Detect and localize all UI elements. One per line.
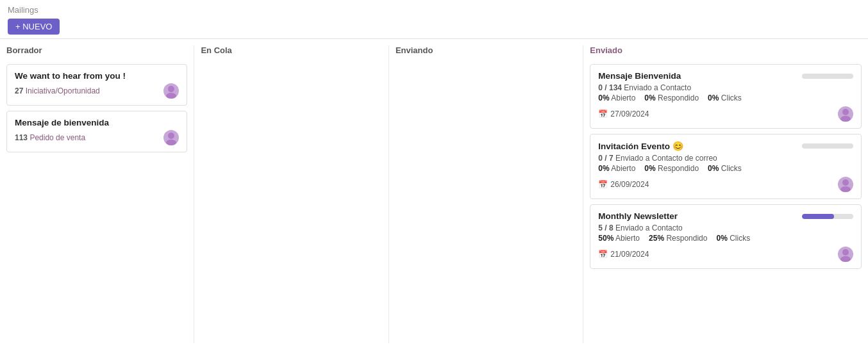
column-header-enviado: Enviado — [590, 45, 862, 58]
page-header: Mailings + NUEVO — [0, 0, 868, 39]
card-count-1: 27 Iniciativa/Oportunidad — [15, 86, 100, 95]
stat-clicks-2: 0% Clicks — [708, 164, 742, 173]
stat-row-1: 0% Abierto 0% Respondido 0% Clicks — [598, 93, 853, 102]
column-header-borrador: Borrador — [6, 45, 187, 58]
new-button[interactable]: + NUEVO — [8, 19, 60, 35]
column-header-en-cola: En Cola — [201, 45, 381, 58]
enviado-card-header-2: Invitación Evento😊 — [598, 141, 853, 151]
stat-row-2: 0% Abierto 0% Respondido 0% Clicks — [598, 164, 853, 173]
stat-responded-2: 0% Respondido — [644, 164, 699, 173]
card-title-2: Mensaje de bienvenida — [15, 118, 179, 127]
stat-responded-3: 25% Respondido — [649, 234, 707, 243]
enviado-card-title-3: Monthly Newsletter — [598, 211, 678, 221]
svg-point-1 — [166, 93, 176, 99]
progress-bar-container-2 — [802, 143, 853, 149]
enviado-card-title-2: Invitación Evento😊 — [598, 141, 683, 151]
card-footer-3: 📅 21/09/2024 — [598, 247, 853, 262]
avatar-2 — [163, 130, 179, 145]
sent-stat-2: 0 / 7 Enviado a Contacto de correo — [598, 154, 853, 163]
svg-point-8 — [842, 249, 849, 256]
card-count-2: 113 Pedido de venta — [15, 133, 85, 142]
progress-bar-container-3 — [802, 214, 853, 219]
card-footer-2: 📅 26/09/2024 — [598, 177, 853, 192]
card-title-1: We want to hear from you ! — [15, 71, 179, 81]
stat-row-3: 50% Abierto 25% Respondido 0% Clicks — [598, 234, 853, 243]
mailing-card-1[interactable]: We want to hear from you ! 27 Iniciativa… — [6, 64, 187, 106]
enviado-card-header-3: Monthly Newsletter — [598, 211, 853, 221]
enviado-card-title-1: Mensaje Bienvenida — [598, 71, 681, 81]
avatar-env-1 — [838, 106, 853, 122]
calendar-icon-1: 📅 — [598, 110, 608, 118]
card-meta-1: 27 Iniciativa/Oportunidad — [15, 83, 179, 99]
svg-point-9 — [840, 256, 851, 262]
enviado-card-header-1: Mensaje Bienvenida — [598, 71, 853, 81]
mailing-card-2[interactable]: Mensaje de bienvenida 113 Pedido de vent… — [6, 111, 187, 152]
svg-point-7 — [840, 186, 851, 192]
sent-stat-3: 5 / 8 Enviado a Contacto — [598, 223, 853, 232]
sent-stat-1: 0 / 134 Enviado a Contacto — [598, 83, 853, 92]
card-meta-2: 113 Pedido de venta — [15, 130, 179, 145]
kanban-board: Borrador We want to hear from you ! 27 I… — [0, 39, 868, 343]
svg-point-5 — [840, 116, 851, 122]
svg-point-6 — [842, 179, 849, 186]
column-borrador: Borrador We want to hear from you ! 27 I… — [0, 45, 194, 343]
stat-clicks-3: 0% Clicks — [716, 234, 750, 243]
svg-point-2 — [168, 133, 174, 139]
column-enviado: Enviado Mensaje Bienvenida 0 / 134 Envia… — [583, 45, 868, 343]
enviado-card-1[interactable]: Mensaje Bienvenida 0 / 134 Enviado a Con… — [590, 64, 862, 129]
calendar-icon-2: 📅 — [598, 180, 608, 189]
avatar-env-3 — [838, 247, 853, 262]
avatar-env-2 — [838, 177, 853, 192]
stat-open-2: 0% Abierto — [598, 164, 635, 173]
avatar-1 — [163, 83, 179, 99]
date-row-1: 📅 27/09/2024 — [598, 110, 649, 118]
svg-point-4 — [842, 109, 849, 115]
enviado-card-3[interactable]: Monthly Newsletter 5 / 8 Enviado a Conta… — [590, 204, 862, 269]
svg-point-0 — [168, 86, 174, 92]
svg-point-3 — [166, 140, 176, 145]
date-row-3: 📅 21/09/2024 — [598, 250, 649, 259]
calendar-icon-3: 📅 — [598, 250, 608, 259]
page-title: Mailings — [8, 5, 860, 15]
stat-open-3: 50% Abierto — [598, 234, 640, 243]
date-row-2: 📅 26/09/2024 — [598, 180, 649, 189]
column-header-enviando: Enviando — [396, 45, 576, 58]
stat-clicks-1: 0% Clicks — [708, 93, 742, 102]
enviado-card-2[interactable]: Invitación Evento😊 0 / 7 Enviado a Conta… — [590, 134, 862, 199]
stat-responded-1: 0% Respondido — [644, 93, 699, 102]
column-enviando: Enviando — [389, 45, 583, 343]
progress-bar-container-1 — [802, 74, 853, 79]
card-footer-1: 📅 27/09/2024 — [598, 106, 853, 122]
column-en-cola: En Cola — [194, 45, 388, 343]
stat-open-1: 0% Abierto — [598, 93, 635, 102]
progress-bar-fill-3 — [802, 214, 834, 219]
